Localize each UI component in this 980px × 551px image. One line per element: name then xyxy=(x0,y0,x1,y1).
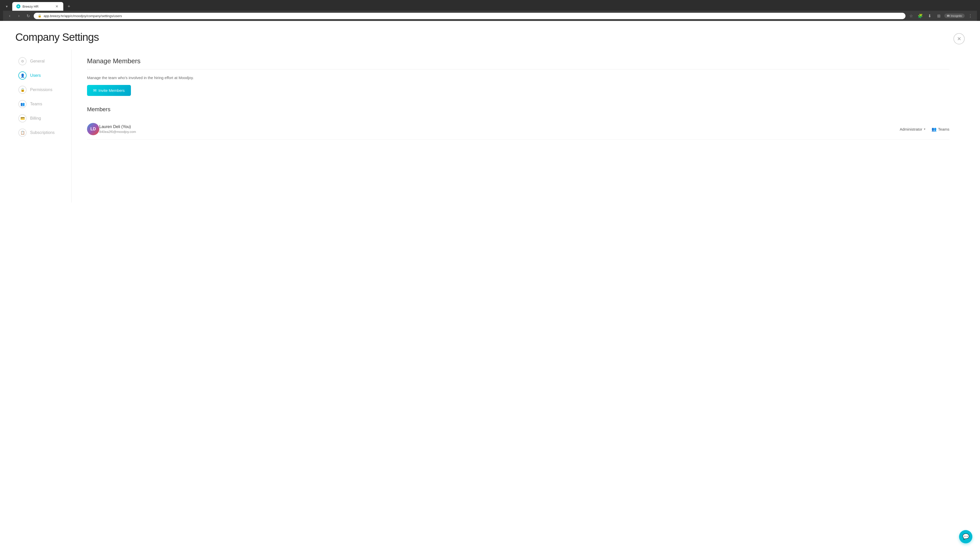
sidebar-nav: ⚙ General 👤 Users 🔒 Permissions 👥 Teams … xyxy=(15,49,72,203)
role-label: Administrator xyxy=(900,127,922,131)
close-button[interactable]: ✕ xyxy=(953,33,965,44)
section-title: Manage Members xyxy=(87,57,950,69)
reload-button[interactable]: ↻ xyxy=(24,12,32,19)
sidebar-item-general[interactable]: ⚙ General xyxy=(15,55,72,68)
sidebar-item-teams-label: Teams xyxy=(30,102,42,106)
sidebar-item-general-label: General xyxy=(30,59,45,64)
sidebar-item-users-label: Users xyxy=(30,73,41,78)
new-tab-button[interactable]: + xyxy=(65,3,73,10)
sidebar-item-subscriptions[interactable]: 📋 Subscriptions xyxy=(15,126,72,139)
close-icon: ✕ xyxy=(957,36,961,42)
address-bar[interactable]: 🔒 app.breezy.hr/app/c/moodjoy/company/se… xyxy=(34,13,905,19)
avatar: LD xyxy=(87,123,99,135)
security-lock-icon: 🔒 xyxy=(38,14,41,17)
permissions-icon: 🔒 xyxy=(18,86,27,94)
browser-tab[interactable]: B Breezy HR ✕ xyxy=(12,2,63,11)
forward-button[interactable]: › xyxy=(15,12,22,19)
extensions-icon[interactable]: 🧩 xyxy=(917,12,924,19)
chat-icon: 💬 xyxy=(963,534,969,540)
page-title: Company Settings xyxy=(15,31,99,43)
table-row: LD Lauren Deli (You) 840ea2f0@moodjoy.co… xyxy=(87,119,950,140)
member-email: 840ea2f0@moodjoy.com xyxy=(99,130,900,134)
invite-icon: ✉ xyxy=(93,88,97,93)
sidebar-item-permissions[interactable]: 🔒 Permissions xyxy=(15,83,72,97)
split-view-icon[interactable]: ⊞ xyxy=(935,12,942,19)
teams-link-icon: 👥 xyxy=(932,127,937,132)
invite-button-label: Invite Members xyxy=(99,88,125,93)
url-text: app.breezy.hr/app/c/moodjoy/company/sett… xyxy=(44,14,901,18)
users-icon: 👤 xyxy=(18,71,27,79)
page-content: Company Settings ✕ ⚙ General 👤 Users 🔒 P… xyxy=(0,21,980,551)
member-name: Lauren Deli (You) xyxy=(99,124,900,129)
settings-main: Manage Members Manage the team who's inv… xyxy=(72,49,965,203)
invite-members-button[interactable]: ✉ Invite Members xyxy=(87,85,131,96)
chevron-down-icon: ▾ xyxy=(924,127,925,131)
back-button[interactable]: ‹ xyxy=(6,12,13,19)
menu-button[interactable]: ⋮ xyxy=(967,12,974,19)
sidebar-item-billing-label: Billing xyxy=(30,116,41,121)
member-info: Lauren Deli (You) 840ea2f0@moodjoy.com xyxy=(99,124,900,134)
members-title: Members xyxy=(87,106,950,113)
sidebar-item-subscriptions-label: Subscriptions xyxy=(30,130,55,135)
sidebar-item-users[interactable]: 👤 Users xyxy=(15,69,72,82)
profile-icon[interactable]: ▾ xyxy=(3,3,10,10)
incognito-badge[interactable]: 🕶 Incognito xyxy=(944,14,965,18)
members-section: Members LD Lauren Deli (You) 840ea2f0@mo… xyxy=(87,106,950,140)
section-description: Manage the team who's involved in the hi… xyxy=(87,76,950,80)
member-actions: Administrator ▾ 👥 Teams xyxy=(900,127,950,132)
sidebar-item-billing[interactable]: 💳 Billing xyxy=(15,112,72,125)
tab-favicon: B xyxy=(16,4,21,8)
chat-button[interactable]: 💬 xyxy=(959,530,972,543)
incognito-label: Incognito xyxy=(951,14,962,17)
bookmark-icon[interactable]: ☆ xyxy=(907,12,915,19)
tab-close-button[interactable]: ✕ xyxy=(55,4,59,9)
general-icon: ⚙ xyxy=(18,57,27,65)
teams-link-label: Teams xyxy=(938,127,950,131)
role-dropdown[interactable]: Administrator ▾ xyxy=(900,127,925,131)
billing-icon: 💳 xyxy=(18,114,27,122)
sidebar-item-teams[interactable]: 👥 Teams xyxy=(15,97,72,111)
teams-icon: 👥 xyxy=(18,100,27,108)
sidebar-item-permissions-label: Permissions xyxy=(30,87,52,92)
tab-title: Breezy HR xyxy=(22,5,38,8)
download-icon[interactable]: ⬇ xyxy=(926,12,933,19)
subscriptions-icon: 📋 xyxy=(18,129,27,137)
incognito-icon: 🕶 xyxy=(947,14,950,17)
teams-link[interactable]: 👥 Teams xyxy=(932,127,950,132)
